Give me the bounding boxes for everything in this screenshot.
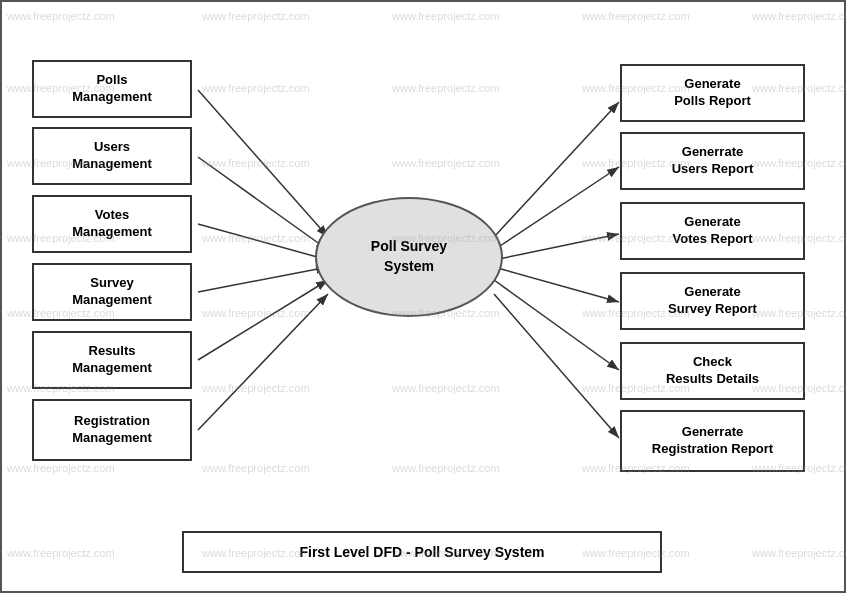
votes-management-box: VotesManagement <box>32 195 192 253</box>
results-management-label: ResultsManagement <box>72 343 151 377</box>
users-management-label: UsersManagement <box>72 139 151 173</box>
watermark: www.freeprojectz.com <box>202 10 310 22</box>
center-label: Poll SurveySystem <box>371 237 447 276</box>
watermark: www.freeprojectz.com <box>7 462 115 474</box>
svg-line-3 <box>198 224 328 260</box>
watermark: www.freeprojectz.com <box>202 382 310 394</box>
check-results-label: CheckResults Details <box>666 354 759 388</box>
gen-polls-box: GeneratePolls Report <box>620 64 805 122</box>
survey-management-label: SurveyManagement <box>72 275 151 309</box>
watermark: www.freeprojectz.com <box>202 232 310 244</box>
gen-survey-label: GenerateSurvey Report <box>668 284 757 318</box>
watermark: www.freeprojectz.com <box>752 10 846 22</box>
watermark: www.freeprojectz.com <box>392 462 500 474</box>
gen-votes-label: GenerateVotes Report <box>673 214 753 248</box>
registration-management-box: RegistrationManagement <box>32 399 192 461</box>
watermark: www.freeprojectz.com <box>392 157 500 169</box>
check-results-box: CheckResults Details <box>620 342 805 400</box>
svg-line-5 <box>198 280 328 360</box>
watermark: www.freeprojectz.com <box>202 157 310 169</box>
svg-line-11 <box>494 280 619 370</box>
polls-management-label: PollsManagement <box>72 72 151 106</box>
footer-title-box: First Level DFD - Poll Survey System <box>182 531 662 573</box>
main-container: www.freeprojectz.com www.freeprojectz.co… <box>0 0 846 593</box>
svg-line-1 <box>198 90 328 237</box>
watermark: www.freeprojectz.com <box>7 547 115 559</box>
svg-line-10 <box>494 267 619 302</box>
gen-users-box: GenerrateUsers Report <box>620 132 805 190</box>
results-management-box: ResultsManagement <box>32 331 192 389</box>
gen-users-label: GenerrateUsers Report <box>672 144 754 178</box>
watermark: www.freeprojectz.com <box>582 10 690 22</box>
gen-polls-label: GeneratePolls Report <box>674 76 751 110</box>
users-management-box: UsersManagement <box>32 127 192 185</box>
svg-line-4 <box>198 267 328 292</box>
svg-line-6 <box>198 294 328 430</box>
watermark: www.freeprojectz.com <box>752 547 846 559</box>
registration-management-label: RegistrationManagement <box>72 413 151 447</box>
gen-registration-label: GenerrateRegistration Report <box>652 424 773 458</box>
svg-line-8 <box>494 167 619 250</box>
watermark: www.freeprojectz.com <box>7 10 115 22</box>
watermark: www.freeprojectz.com <box>392 382 500 394</box>
gen-survey-box: GenerateSurvey Report <box>620 272 805 330</box>
polls-management-box: PollsManagement <box>32 60 192 118</box>
watermark: www.freeprojectz.com <box>202 82 310 94</box>
gen-votes-box: GenerateVotes Report <box>620 202 805 260</box>
watermark: www.freeprojectz.com <box>392 10 500 22</box>
svg-line-7 <box>494 102 619 237</box>
svg-line-12 <box>494 294 619 438</box>
watermark: www.freeprojectz.com <box>202 307 310 319</box>
center-ellipse: Poll SurveySystem <box>315 197 503 317</box>
svg-line-2 <box>198 157 328 250</box>
survey-management-box: SurveyManagement <box>32 263 192 321</box>
gen-registration-box: GenerrateRegistration Report <box>620 410 805 472</box>
watermark: www.freeprojectz.com <box>392 82 500 94</box>
watermark: www.freeprojectz.com <box>202 462 310 474</box>
svg-line-9 <box>494 234 619 260</box>
votes-management-label: VotesManagement <box>72 207 151 241</box>
footer-title: First Level DFD - Poll Survey System <box>299 544 544 560</box>
